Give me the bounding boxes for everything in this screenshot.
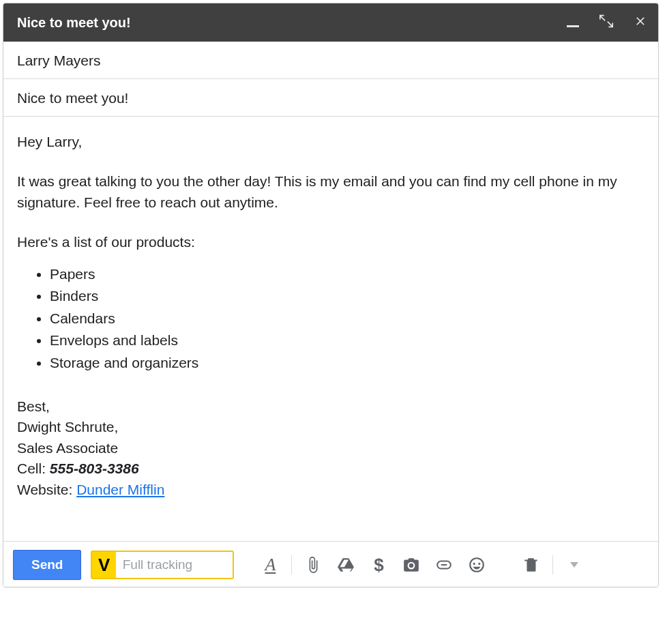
- formatting-icon[interactable]: A: [258, 553, 282, 576]
- close-icon[interactable]: [634, 14, 647, 31]
- tracking-badge[interactable]: V: [92, 552, 115, 578]
- separator: [291, 555, 292, 574]
- tracking-input[interactable]: [116, 552, 233, 578]
- sig-cell-label: Cell:: [17, 460, 50, 476]
- send-button[interactable]: Send: [13, 550, 81, 580]
- list-item: Envelops and labels: [50, 330, 644, 351]
- body-paragraph: It was great talking to you the other da…: [17, 171, 644, 213]
- sig-website-link[interactable]: Dunder Mifflin: [76, 482, 164, 497]
- compose-window: Nice to meet you! Larry Mayers Nice to m…: [3, 3, 659, 587]
- list-item: Papers: [50, 264, 644, 284]
- sig-website: Website: Dunder Mifflin: [17, 480, 644, 500]
- sig-cell: Cell: 555-803-3386: [17, 458, 644, 479]
- drive-icon[interactable]: [334, 553, 357, 576]
- list-item: Binders: [50, 286, 644, 306]
- window-title: Nice to meet you!: [17, 15, 567, 31]
- body-greeting: Hey Larry,: [17, 132, 644, 152]
- emoji-icon[interactable]: [465, 553, 488, 576]
- separator: [552, 555, 553, 574]
- list-item: Storage and organizers: [50, 353, 644, 373]
- sig-role: Sales Associate: [17, 438, 644, 458]
- minimize-icon[interactable]: [567, 18, 579, 27]
- link-icon[interactable]: [432, 553, 456, 576]
- sig-website-label: Website:: [17, 482, 76, 497]
- subject-value: Nice to meet you!: [17, 90, 128, 106]
- sig-cell-number: 555-803-3386: [50, 460, 139, 476]
- to-field[interactable]: Larry Mayers: [3, 42, 658, 79]
- photo-icon[interactable]: [400, 553, 423, 576]
- list-item: Calendars: [50, 308, 644, 329]
- window-actions: [567, 14, 647, 31]
- product-list: Papers Binders Calendars Envelops and la…: [50, 264, 644, 373]
- body-list-intro: Here's a list of our products:: [17, 232, 644, 252]
- money-icon[interactable]: $: [367, 553, 390, 576]
- sig-name: Dwight Schrute,: [17, 417, 644, 437]
- to-value: Larry Mayers: [17, 53, 101, 68]
- more-options-icon[interactable]: [563, 553, 586, 576]
- subject-field[interactable]: Nice to meet you!: [3, 79, 658, 117]
- compose-toolbar: Send V A $: [3, 541, 658, 587]
- tracking-widget: V: [91, 551, 234, 579]
- discard-icon[interactable]: [520, 553, 543, 576]
- sig-closing: Best,: [17, 396, 644, 417]
- message-body[interactable]: Hey Larry, It was great talking to you t…: [3, 117, 658, 541]
- attach-icon[interactable]: [301, 553, 325, 576]
- popout-icon[interactable]: [599, 14, 613, 31]
- compose-titlebar[interactable]: Nice to meet you!: [3, 3, 658, 42]
